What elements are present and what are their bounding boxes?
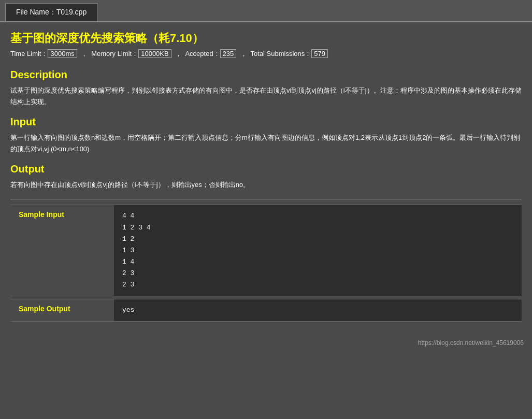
divider-1 [10,199,522,199]
sample-input-line: 4 4 [122,210,513,222]
sample-output-label: Sample Output [10,299,114,322]
sample-output-box: yes [114,299,522,322]
main-content: 基于图的深度优先搜索策略（耗7.10） Time Limit：3000ms ， … [0,22,532,330]
sample-output-row: Sample Output yes [10,299,522,322]
accepted-label: Accepted： [185,50,220,57]
tab-label: File Name：T019.cpp [16,8,87,16]
file-tab[interactable]: File Name：T019.cpp [5,3,97,21]
time-limit-value: 3000ms [48,49,77,58]
output-title: Output [10,163,522,175]
tab-bar: File Name：T019.cpp [0,0,532,22]
footer: https://blog.csdn.net/weixin_45619006 [0,335,532,351]
sample-input-label: Sample Input [10,205,114,296]
sample-input-line: 1 4 [122,256,513,268]
total-submissions-value: 579 [311,49,328,58]
sample-table: Sample Input 4 41 2 3 41 21 31 42 32 3 S… [10,205,522,322]
input-text: 第一行输入有向图的顶点数n和边数m，用空格隔开；第二行输入顶点信息；分m行输入有… [10,132,522,155]
memory-limit-label: Memory Limit： [91,50,138,57]
description-title: Description [10,69,522,81]
total-submissions-label: Total Submissions： [251,50,312,57]
meta-line: Time Limit：3000ms ， Memory Limit：10000KB… [10,49,522,59]
description-text: 试基于图的深度优先搜索策略编写程序，判别以邻接表方式存储的有向图中，是否存在由顶… [10,85,522,108]
sample-input-line: 2 3 [122,268,513,279]
accepted-value: 235 [220,49,237,58]
page-title: 基于图的深度优先搜索策略（耗7.10） [10,31,522,46]
time-limit-label: Time Limit： [10,50,48,57]
output-text: 若有向图中存在由顶点vi到顶点vj的路径（i不等于j），则输出yes；否则输出n… [10,179,522,191]
footer-url: https://blog.csdn.net/weixin_45619006 [418,339,524,346]
sample-input-box: 4 41 2 3 41 21 31 42 32 3 [114,205,522,296]
sample-input-line: 1 2 [122,234,513,245]
sample-input-line: 1 2 3 4 [122,222,513,234]
sample-input-line: 2 3 [122,279,513,291]
input-title: Input [10,116,522,128]
sample-input-line: 1 3 [122,245,513,256]
sample-input-row: Sample Input 4 41 2 3 41 21 31 42 32 3 [10,205,522,296]
memory-limit-value: 10000KB [138,49,171,58]
